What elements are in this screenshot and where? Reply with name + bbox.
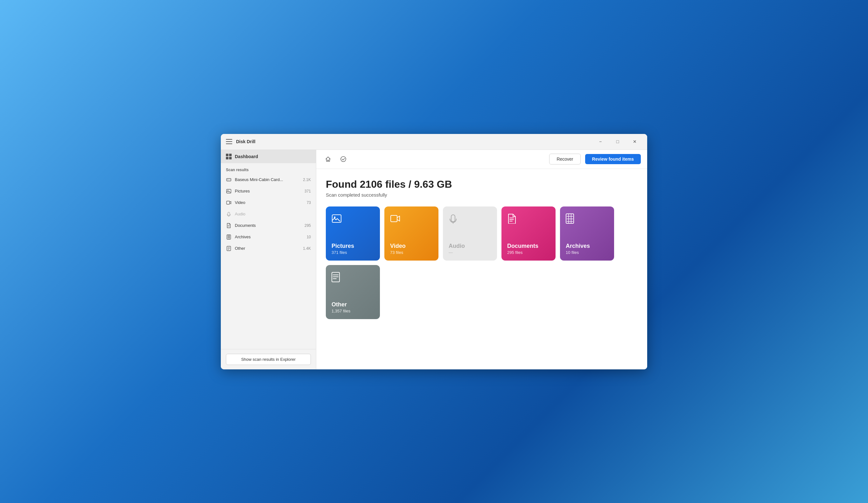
sidebar-other-count: 1.4K <box>303 246 311 251</box>
other-icon <box>226 246 231 252</box>
sidebar-item-audio[interactable]: Audio <box>221 208 316 220</box>
card-pictures[interactable]: Pictures 371 files <box>326 206 380 260</box>
sidebar-item-other[interactable]: Other 1.4K <box>221 243 316 254</box>
content-area: Recover Review found items Found 2106 fi… <box>316 150 647 369</box>
card-documents-count: 295 files <box>507 250 550 255</box>
home-button[interactable] <box>323 154 333 164</box>
maximize-button[interactable]: □ <box>610 137 625 146</box>
card-documents-name: Documents <box>507 243 550 249</box>
sidebar-baseus-count: 2.1K <box>303 177 311 182</box>
sidebar-item-dashboard[interactable]: Dashboard <box>221 150 316 163</box>
review-button[interactable]: Review found items <box>585 154 641 164</box>
sidebar-baseus-label: Baseus Mini-Cabin Card... <box>235 177 300 182</box>
card-other-name: Other <box>332 301 374 308</box>
card-audio-count: — <box>448 250 491 255</box>
app-title: Disk Drill <box>236 139 256 144</box>
svg-point-18 <box>341 156 346 162</box>
content-body: Found 2106 files / 9.63 GB Scan complete… <box>316 169 647 369</box>
sidebar-item-archives[interactable]: Archives 10 <box>221 231 316 243</box>
pictures-icon <box>226 188 231 194</box>
card-pictures-count: 371 files <box>332 250 374 255</box>
card-audio-name: Audio <box>448 243 491 249</box>
show-scan-button[interactable]: Show scan results in Explorer <box>226 354 311 365</box>
close-button[interactable]: ✕ <box>628 137 642 146</box>
sidebar-audio-label: Audio <box>235 212 308 216</box>
dashboard-icon <box>226 154 231 160</box>
card-pictures-icon <box>332 214 374 226</box>
sidebar-other-label: Other <box>235 246 300 251</box>
svg-rect-9 <box>227 235 231 239</box>
video-icon <box>226 200 231 206</box>
archives-icon <box>226 234 231 240</box>
sidebar-item-documents[interactable]: Documents 295 <box>221 220 316 231</box>
sidebar-documents-label: Documents <box>235 223 301 228</box>
svg-rect-5 <box>227 201 230 204</box>
card-video-name: Video <box>390 243 433 249</box>
sidebar-video-count: 73 <box>307 201 311 205</box>
sidebar-pictures-label: Pictures <box>235 189 301 193</box>
sidebar: Dashboard Scan results Baseus Mini-Cabin… <box>221 150 316 369</box>
recover-button[interactable]: Recover <box>549 154 580 164</box>
card-audio[interactable]: Audio — <box>443 206 497 260</box>
minimize-button[interactable]: − <box>593 137 608 146</box>
svg-point-1 <box>230 179 230 180</box>
sidebar-pictures-count: 371 <box>304 189 311 193</box>
scan-results-header: Scan results <box>221 163 316 174</box>
found-title: Found 2106 files / 9.63 GB <box>326 178 638 190</box>
svg-rect-21 <box>391 215 397 222</box>
sidebar-archives-label: Archives <box>235 235 303 239</box>
found-subtitle: Scan completed successfully <box>326 192 638 197</box>
audio-icon <box>226 211 231 217</box>
main-layout: Dashboard Scan results Baseus Mini-Cabin… <box>221 150 647 369</box>
documents-icon <box>226 223 231 228</box>
sidebar-item-pictures[interactable]: Pictures 371 <box>221 185 316 197</box>
card-video-count: 73 files <box>390 250 433 255</box>
app-window: Disk Drill − □ ✕ Dashboard Scan results <box>221 134 647 369</box>
sidebar-documents-count: 295 <box>304 223 311 228</box>
titlebar: Disk Drill − □ ✕ <box>221 134 647 150</box>
dashboard-label: Dashboard <box>235 154 258 159</box>
sidebar-footer: Show scan results in Explorer <box>221 349 316 369</box>
sidebar-archives-count: 10 <box>307 235 311 239</box>
menu-icon[interactable] <box>226 139 232 144</box>
card-other[interactable]: Other 1,357 files <box>326 265 380 319</box>
category-cards: Pictures 371 files Video 73 files <box>326 206 638 319</box>
content-toolbar: Recover Review found items <box>316 150 647 169</box>
card-archives-icon <box>566 214 608 226</box>
card-archives-name: Archives <box>566 243 608 249</box>
card-video[interactable]: Video 73 files <box>384 206 438 260</box>
card-documents[interactable]: Documents 295 files <box>502 206 556 260</box>
sidebar-video-label: Video <box>235 200 303 205</box>
check-button[interactable] <box>338 154 349 164</box>
card-pictures-name: Pictures <box>332 243 374 249</box>
card-documents-icon <box>507 214 550 226</box>
drive-icon <box>226 177 231 183</box>
card-archives-count: 10 files <box>566 250 608 255</box>
svg-point-4 <box>227 190 228 191</box>
card-archives[interactable]: Archives 10 files <box>560 206 614 260</box>
svg-rect-26 <box>566 214 574 223</box>
window-controls: − □ ✕ <box>593 137 642 146</box>
card-other-icon <box>332 272 374 285</box>
card-audio-icon <box>448 214 491 226</box>
svg-rect-32 <box>332 272 340 282</box>
svg-point-20 <box>334 216 336 218</box>
card-video-icon <box>390 214 433 226</box>
sidebar-item-video[interactable]: Video 73 <box>221 197 316 208</box>
card-other-count: 1,357 files <box>332 309 374 314</box>
sidebar-item-baseus[interactable]: Baseus Mini-Cabin Card... 2.1K <box>221 174 316 185</box>
